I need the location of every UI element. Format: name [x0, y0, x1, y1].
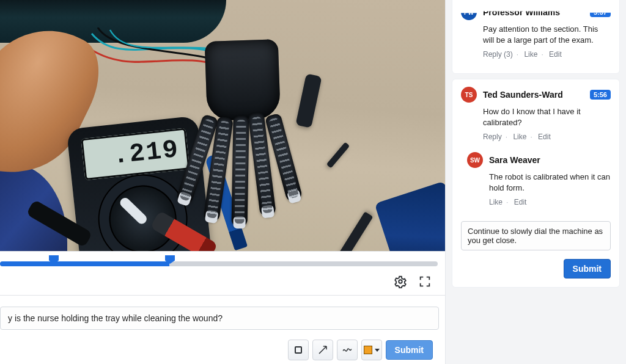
comment-1: TS Ted Saunders-Ward 5:56 How do I know …: [461, 87, 611, 141]
comments-sidebar: PW Professor Williams 5:37 Pay attention…: [446, 0, 626, 364]
video-controls: [0, 271, 445, 295]
comment-body: Pay attention to the section. This will …: [483, 24, 611, 45]
tool-rectangle[interactable]: [288, 340, 309, 360]
multimeter-reading: .219: [81, 128, 190, 180]
robot-hand: [180, 38, 309, 232]
video-area[interactable]: .219: [0, 0, 445, 251]
like-link[interactable]: Like: [489, 198, 503, 206]
reply-link[interactable]: Reply (3): [483, 50, 513, 59]
question-input[interactable]: [0, 307, 439, 330]
timestamp-badge[interactable]: 5:56: [590, 90, 611, 100]
video-scrubber[interactable]: [0, 251, 445, 271]
comment-author: Ted Saunders-Ward: [483, 90, 563, 100]
comment-actions: Reply· Like· Edit: [483, 133, 611, 141]
editor-submit-button[interactable]: Submit: [386, 340, 433, 360]
question-editor: Submit: [0, 295, 445, 364]
avatar: SW: [467, 152, 483, 168]
edit-link[interactable]: Edit: [514, 198, 527, 206]
tool-color[interactable]: [361, 340, 382, 360]
avatar: PW: [461, 4, 477, 20]
like-link[interactable]: Like: [513, 133, 526, 141]
settings-icon[interactable]: [394, 275, 407, 291]
svg-point-0: [399, 280, 402, 283]
timestamp-badge[interactable]: 5:37: [590, 7, 611, 17]
comment-card-0: PW Professor Williams 5:37 Pay attention…: [452, 0, 620, 74]
comment-body: How do I know that I have it calibrated?: [483, 106, 611, 128]
comment-actions: Like· Edit: [489, 198, 611, 206]
tool-freehand[interactable]: [337, 340, 358, 360]
fullscreen-icon[interactable]: [418, 275, 432, 291]
comment-0: PW Professor Williams 5:37 Pay attention…: [461, 4, 611, 59]
comment-actions: Reply (3)· Like· Edit: [483, 50, 611, 59]
app-root: .219: [0, 0, 626, 364]
comment-author: Sara Weaver: [489, 155, 540, 165]
comment-card-1: TS Ted Saunders-Ward 5:56 How do I know …: [452, 79, 620, 288]
tool-arrow[interactable]: [312, 340, 333, 360]
sidebar-submit-button[interactable]: Submit: [564, 259, 611, 278]
comment-2: SW Sara Weaver The robot is calibrated w…: [467, 152, 611, 206]
like-link[interactable]: Like: [524, 50, 537, 59]
edit-link[interactable]: Edit: [549, 50, 562, 59]
comment-author: Professor Williams: [483, 7, 560, 17]
tool-row: Submit: [0, 340, 439, 360]
reply-input[interactable]: [461, 221, 611, 250]
edit-link[interactable]: Edit: [538, 133, 551, 141]
scrubber-fill: [0, 261, 169, 266]
main-column: .219: [0, 0, 446, 364]
reply-link[interactable]: Reply: [483, 133, 502, 141]
avatar: TS: [461, 87, 477, 103]
comment-body: The robot is calibrated when it can hold…: [489, 172, 611, 193]
